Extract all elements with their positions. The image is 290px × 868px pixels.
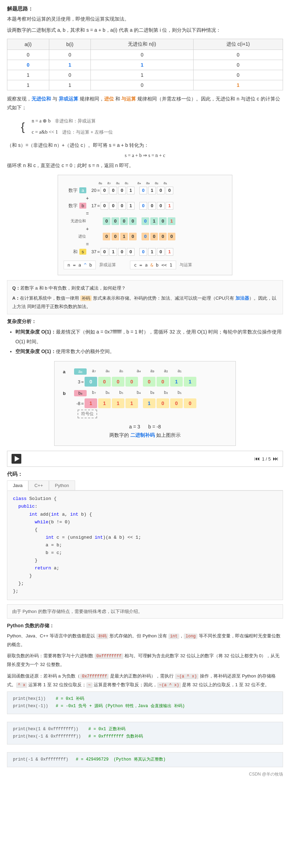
skip-forward-icon[interactable]: ⏭ [273, 456, 278, 462]
setup-text: 设两数字的二进制形式 a, b，其求和 s = a + b，a(i) 代表 a … [7, 26, 283, 35]
code-section-title: 代码： [7, 471, 283, 478]
cell-21: 0 [49, 70, 91, 80]
complement-link[interactable]: 二进制补码 [130, 432, 155, 438]
python-storage-title: Python 负数的存储： [7, 623, 283, 629]
cell-22: 1 [91, 70, 193, 80]
observation-text: 观察发现，无进位和 与 异或运算 规律相同，进位 和 与运算 规律相同（并需左移… [7, 95, 283, 112]
video-page-info: 1 / 5 [262, 456, 271, 462]
highlight-carry: 进位 [104, 96, 114, 102]
python-text1: Python、Java、C++ 等语言中的数值都是以 补码 形式存储的。但 Py… [7, 632, 283, 649]
formula-brace: { [21, 121, 25, 132]
tab-python[interactable]: Python [49, 480, 75, 490]
formula-row-1: n = a ⊕ b 非进位和：异或运算 [32, 116, 113, 126]
video-total-pages: 5 [268, 456, 271, 462]
python-code-block1: print(hex(1)) # = 0x1 补码 print(hex(-1)) … [7, 691, 283, 714]
cell-32: 0 [91, 80, 193, 90]
cell-30: 1 [7, 80, 49, 90]
python-note: 由于 Python 的数字存储特点，需要做特殊考虑，以下详细介绍。 [7, 604, 283, 619]
qa-question: Q：若数字 a 和 b 中有负数，则变成了减法，如何处理？ [12, 284, 278, 292]
cell-31: 1 [49, 80, 91, 90]
highlight-full-op: ~(a ^ x) [157, 682, 181, 688]
python-code-block2: print(hex(1 & 0xffffffff)) # = 0x1 正数补码 … [7, 722, 283, 744]
binary-addition-diagram: a₈ a₇ a₆ a₅ a₄ a₃ a₂ a₁ 数字 a 20 = 0 0 0 … [58, 175, 232, 275]
play-button[interactable] [12, 454, 21, 464]
formula-comment2: 进位：与运算 + 左移一位 [62, 128, 113, 137]
q-label: Q： [12, 285, 20, 291]
highlight-0xffffffff: 0xffffffff [95, 653, 123, 659]
time-label: 时间复杂度 O(1)： [15, 329, 56, 335]
formula-content: n = a ⊕ b 非进位和：异或运算 c = a&b << 1 进位：与运算 … [32, 116, 113, 137]
tab-java[interactable]: Java [7, 480, 28, 491]
complexity-section: 复杂度分析： 时间复杂度 O(1)：最差情况下（例如 a = 0x7ffffff… [7, 319, 283, 356]
cell-23: 0 [193, 70, 283, 80]
python-code-block3: print(-1 & 0xffffffff) # = 429496729 (Py… [7, 752, 283, 768]
highlight-complement: 补码 [80, 295, 92, 301]
sum-note: （和 s）=（非进位和 n）+（进位 c）。即可将 s = a + b 转化为： [7, 141, 283, 150]
complement-diagram: a a₈ a₇ a₆ a₅ a₄ a₃ a₂ a₁ 3 = 0 0 0 [54, 361, 236, 446]
video-controls-left [12, 454, 21, 464]
formula-eq1: n = a ⊕ b [32, 116, 51, 126]
cell-10: 0 [7, 60, 49, 70]
cell-11: 1 [49, 60, 91, 70]
complexity-list: 时间复杂度 O(1)：最差情况下（例如 a = 0x7fffffff，b = 1… [7, 327, 283, 356]
highlight-long: long [184, 634, 197, 639]
python-section: Python 负数的存储： Python、Java、C++ 等语言中的数值都是以… [7, 623, 283, 768]
python-text2: 获取负数的补码：需要将数字与十六进制数 0xffffffff 相与。可理解为含去… [7, 652, 283, 669]
bit-table: a(i) b(i) 无进位和 n(i) 进位 c(i+1) 0 0 0 0 0 … [7, 39, 283, 90]
video-current-page: 1 [262, 456, 264, 462]
formula-box: { n = a ⊕ b 非进位和：异或运算 c = a&b << 1 进位：与运… [21, 116, 283, 137]
table-header-ci: 进位 c(i+1) [193, 39, 283, 50]
table-row: 0 0 0 0 [7, 50, 283, 60]
cell-01: 0 [49, 50, 91, 60]
formula-comment1: 非进位和：异或运算 [55, 117, 96, 126]
intro-text: 本题考察对位运算的灵活使用，即使用位运算实现加法。 [7, 15, 283, 23]
highlight-nocarry: 无进位和 [31, 96, 51, 102]
a-label: A： [12, 295, 20, 301]
cell-20: 1 [7, 70, 49, 80]
complexity-time: 时间复杂度 O(1)：最差情况下（例如 a = 0x7fffffff，b = 1… [15, 327, 283, 346]
complexity-space: 空间复杂度 O(1)：使用常数大小的额外空间。 [15, 346, 283, 356]
space-label: 空间复杂度 O(1)： [15, 349, 56, 354]
solution-title: 解题思路： [7, 6, 283, 12]
code-block-java: class Solution { public: int add(int a, … [7, 491, 283, 600]
python-text3: 返回函数值还原：若补码 a 为负数（0x7fffffff 是最大的正数的补码），… [7, 672, 283, 689]
formula-row-2: c = a&b << 1 进位：与运算 + 左移一位 [32, 127, 113, 137]
complement-note: a = 3 b = -8 [63, 424, 227, 429]
skip-back-icon[interactable]: ⏮ [254, 456, 260, 462]
cell-13: 0 [193, 60, 283, 70]
video-player: ⏮ 1 / 5 ⏭ [7, 451, 283, 467]
highlight-xor: 异或运算 [59, 96, 78, 102]
code-tabs: Java C++ Python [7, 480, 283, 491]
cell-12: 1 [91, 60, 193, 70]
highlight-int: int [168, 634, 180, 639]
highlight-xor-op: ^ x [16, 682, 27, 688]
highlight-tilde: ~ [86, 682, 92, 688]
highlight-complement-code: 补码 [96, 634, 108, 639]
table-row: 0 1 1 0 [7, 60, 283, 70]
table-header-ai: a(i) [7, 39, 49, 50]
table-row: 1 1 0 1 [7, 80, 283, 90]
tab-cpp[interactable]: C++ [28, 480, 49, 490]
sum-formula: s = a + b ⇒ s = n + c [7, 152, 283, 158]
qa-box: Q：若数字 a 和 b 中有负数，则变成了减法，如何处理？ A：在计算机系统中，… [7, 280, 283, 314]
qa-answer: A：在计算机系统中，数值一律用 补码 形式来表示和存储。补码的优势：加法、减法可… [12, 294, 278, 310]
formula-eq2: c = a&b << 1 [32, 127, 58, 137]
highlight-adder: 加法器 [235, 295, 249, 301]
highlight-tilde-op: ~(a ^ x) [175, 674, 199, 679]
diagram-formulas: n = a ^ b 异或运算 c = a & b << 1 与运算 [64, 261, 226, 269]
highlight-0x7fffffff: 0x7fffffff [80, 674, 109, 679]
sign-bit-label: 符号位 [78, 410, 97, 418]
highlight-and: 与运算 [121, 96, 136, 102]
cell-33: 1 [193, 80, 283, 90]
video-controls-right: ⏮ 1 / 5 ⏭ [254, 456, 278, 462]
cell-02: 0 [91, 50, 193, 60]
cell-00: 0 [7, 50, 49, 60]
python-note-text: 由于 Python 的数字存储特点，需要做特殊考虑，以下详细介绍。 [12, 609, 143, 614]
loop-note: 循环求 n 和 c，直至进位 c = 0；此时 s = n，返回 n 即可。 [7, 161, 283, 170]
code-section: 代码： Java C++ Python class Solution { pub… [7, 471, 283, 600]
complexity-title: 复杂度分析： [7, 319, 283, 325]
table-header-bi: b(i) [49, 39, 91, 50]
table-header-ni: 无进位和 n(i) [91, 39, 193, 50]
play-icon [15, 456, 20, 462]
complement-caption: 两数字的 二进制补码 如上图所示 [63, 432, 227, 439]
